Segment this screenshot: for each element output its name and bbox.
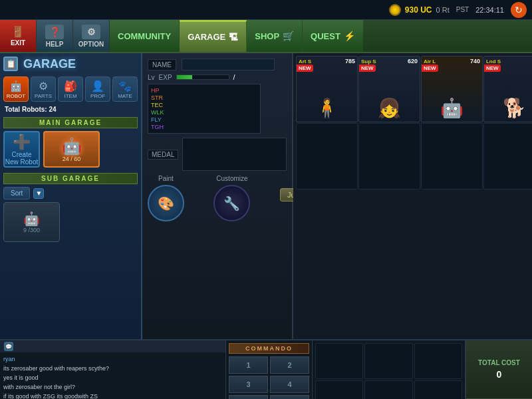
card-score: 740 bbox=[470, 58, 480, 65]
tec-label: TEC bbox=[151, 102, 168, 108]
commando-slot[interactable]: 4 bbox=[270, 376, 309, 393]
main-robot-icon: 🤖 bbox=[62, 137, 82, 156]
commando-slot[interactable]: 1 bbox=[229, 356, 268, 374]
mate-icon: 🐾 bbox=[118, 80, 132, 92]
robot-card[interactable] bbox=[421, 123, 483, 190]
prof-icon: 👤 bbox=[91, 80, 104, 92]
robot-card[interactable]: Air L740NEW🤖 bbox=[421, 56, 483, 122]
item-icon: 🎒 bbox=[64, 80, 77, 92]
paint-button[interactable]: 🎨 bbox=[148, 185, 184, 221]
sort-dropdown[interactable]: ▼ bbox=[33, 188, 44, 199]
robot-sprite: 🤖 bbox=[440, 97, 464, 119]
currency-display: 930 UC 0 Rt bbox=[389, 4, 450, 16]
commando-slot[interactable]: 2 bbox=[270, 356, 309, 374]
cost-value: 0 bbox=[497, 369, 502, 380]
info-top: NAME Lv EXP / HP STR TEC WLK FLY bbox=[148, 59, 287, 134]
bottom-bar: 💬 ryanits zerosaber good with reapers sc… bbox=[0, 339, 532, 399]
lv-label: Lv bbox=[148, 74, 155, 81]
lv-row: Lv EXP / bbox=[148, 73, 275, 81]
commando-slot[interactable]: 3 bbox=[229, 376, 268, 393]
uc-amount: 930 UC bbox=[405, 5, 432, 15]
card-type: Lnd S bbox=[486, 59, 501, 65]
status-slot-5 bbox=[364, 380, 412, 399]
shop-icon: 🛒 bbox=[283, 31, 294, 41]
chat-message: if its good with ZSG its goodwith ZS bbox=[3, 392, 222, 399]
info-panel: NAME Lv EXP / HP STR TEC WLK FLY bbox=[142, 53, 293, 339]
garage-tab[interactable]: GARAGE 🏗 bbox=[180, 20, 247, 52]
name-label: NAME bbox=[148, 59, 176, 70]
time-display: 22:34:11 bbox=[475, 6, 504, 14]
robot-card[interactable]: Sup S620NEW👧 bbox=[358, 56, 420, 122]
main-garage-label: MAIN GARAGE bbox=[3, 117, 138, 128]
commando-slot[interactable]: 5 bbox=[229, 395, 268, 399]
chat-text: with zerosaber not the girl? bbox=[3, 384, 75, 390]
garage-title: GARAGE bbox=[23, 57, 76, 71]
sub-slot-area: 🤖 9 /300 bbox=[3, 202, 138, 242]
chat-icon: 💬 bbox=[4, 342, 13, 351]
help-button[interactable]: ❓ HELP bbox=[37, 20, 73, 52]
tgh-label: TGH bbox=[151, 124, 168, 130]
chat-panel: 💬 ryanits zerosaber good with reapers sc… bbox=[0, 340, 226, 399]
card-score: 620 bbox=[408, 58, 418, 65]
sub-robot-slot[interactable]: 🤖 9 /300 bbox=[3, 202, 60, 242]
robot-sprite: 👧 bbox=[378, 97, 401, 119]
tab-parts[interactable]: ⚙ PARTS bbox=[31, 76, 56, 102]
sort-button[interactable]: Sort bbox=[3, 187, 30, 200]
main-content: 📋 GARAGE 🤖 ROBOT ⚙ PARTS 🎒 ITEM 👤 PROF 🐾 bbox=[0, 53, 532, 339]
status-slot-3 bbox=[414, 343, 462, 379]
chat-text: yes it is good bbox=[3, 374, 39, 381]
robot-card[interactable]: Art S785NEW🧍 bbox=[296, 56, 358, 122]
exit-button[interactable]: 🚪 EXIT bbox=[0, 20, 37, 52]
robot-card[interactable] bbox=[483, 123, 532, 190]
pst-label: PST bbox=[456, 6, 469, 13]
tab-prof[interactable]: 👤 PROF bbox=[85, 76, 110, 102]
robot-card[interactable] bbox=[296, 123, 358, 190]
customize-button[interactable]: 🔧 bbox=[213, 185, 250, 221]
nav-bar: 🚪 EXIT ❓ HELP ⚙ OPTION COMMUNITY GARAGE … bbox=[0, 20, 532, 53]
quest-icon: ⚡ bbox=[344, 31, 355, 41]
garage-icon: 🏗 bbox=[229, 32, 238, 43]
card-score: 785 bbox=[345, 58, 355, 65]
chat-text: if its good with ZSG its goodwith ZS bbox=[3, 393, 98, 399]
community-tab[interactable]: COMMUNITY bbox=[110, 20, 180, 52]
chat-message: ryan bbox=[3, 354, 222, 364]
str-label: STR bbox=[151, 94, 168, 101]
new-badge: NEW bbox=[484, 65, 501, 72]
medal-box bbox=[182, 138, 286, 171]
robot-grid: Art S785NEW🧍Sup S620NEW👧Air L740NEW🤖Lnd … bbox=[293, 53, 532, 192]
chat-messages: ryanits zerosaber good with reapers scyt… bbox=[0, 352, 225, 399]
card-type: Art S bbox=[299, 59, 311, 65]
create-robot-button[interactable]: ➕ Create New Robot bbox=[3, 131, 40, 168]
sub-garage-label: SUB GARAGE bbox=[3, 173, 138, 184]
main-robot-count: 24 / 60 bbox=[63, 156, 81, 162]
tab-mate[interactable]: 🐾 MATE bbox=[112, 76, 138, 102]
medal-label: MEDAL bbox=[148, 150, 178, 160]
coin-icon bbox=[389, 4, 401, 16]
exp-slash: / bbox=[233, 73, 235, 81]
quest-tab[interactable]: QUEST ⚡ bbox=[303, 20, 363, 52]
junk-area: Junk bbox=[280, 175, 287, 221]
commando-title: COMMANDO bbox=[229, 343, 309, 354]
exp-bar bbox=[176, 74, 229, 80]
refresh-button[interactable]: ↻ bbox=[511, 2, 527, 18]
robot-card[interactable]: Lnd S750NEW🐕 bbox=[483, 56, 532, 122]
wlk-label: WLK bbox=[151, 109, 168, 116]
robot-sprite: 🐕 bbox=[503, 97, 526, 119]
option-button[interactable]: ⚙ OPTION bbox=[73, 20, 110, 52]
robot-card[interactable] bbox=[358, 123, 420, 190]
spacer bbox=[280, 59, 287, 134]
new-badge: NEW bbox=[422, 65, 438, 72]
chat-message: with zerosaber not the girl? bbox=[3, 382, 222, 392]
chat-header: 💬 bbox=[0, 340, 225, 352]
cost-panel: TOTAL COST 0 REMOVE bbox=[466, 340, 532, 399]
chat-message: yes it is good bbox=[3, 373, 222, 382]
tab-item[interactable]: 🎒 ITEM bbox=[58, 76, 83, 102]
commando-slot[interactable]: 6 bbox=[270, 395, 309, 399]
customize-label: Customize bbox=[213, 175, 250, 182]
chat-sender: ryan bbox=[3, 356, 15, 362]
help-icon: ❓ bbox=[45, 25, 64, 39]
tab-robot[interactable]: 🤖 ROBOT bbox=[3, 76, 29, 102]
chat-message: its zerosaber good with reapers scythe? bbox=[3, 364, 222, 373]
shop-tab[interactable]: SHOP 🛒 bbox=[247, 20, 303, 52]
main-robot-slot[interactable]: 🤖 24 / 60 bbox=[43, 131, 100, 168]
